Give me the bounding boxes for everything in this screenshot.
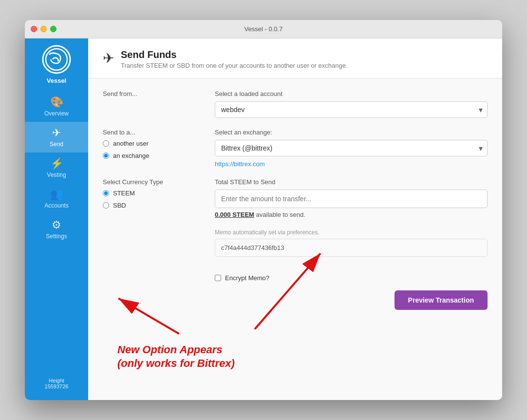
titlebar: Vessel - 0.0.7 (25, 20, 502, 38)
radio-exchange-input[interactable] (103, 153, 109, 159)
sidebar-label-vesting: Vesting (47, 172, 66, 178)
sidebar: Vessel 🎨 Overview ✈ Send ⚡ Vesting 👥 Acc… (25, 38, 88, 400)
send-from-right: Select a loaded account webdev (215, 90, 488, 118)
available-text: 0.000 STEEM available to send. (215, 211, 488, 218)
radio-another-user[interactable]: another user (103, 140, 200, 147)
encrypt-preview-row: Encrypt Memo? Preview Transaction (103, 267, 488, 310)
currency-label: Select Currency Type (103, 178, 200, 186)
sidebar-item-send[interactable]: ✈ Send (25, 122, 88, 153)
svg-point-0 (43, 46, 70, 73)
amount-label: Total STEEM to Send (215, 178, 488, 186)
page-header-text: Send Funds Transfer STEEM or SBD from on… (121, 49, 348, 69)
exchange-label: Select an exchange: (215, 129, 488, 136)
send-to-right: Select an exchange: Bittrex (@bittrex) h… (215, 129, 488, 168)
send-to-left: Send to a... another user an exchange (103, 129, 200, 168)
sidebar-label-send: Send (50, 141, 63, 148)
send-from-label: Send from... (103, 90, 200, 97)
sidebar-item-settings[interactable]: ⚙ Settings (25, 214, 88, 245)
encrypt-right: Encrypt Memo? Preview Transaction (215, 267, 488, 310)
memo-row: Memo automatically set via preferences. (103, 229, 488, 257)
sidebar-item-overview[interactable]: 🎨 Overview (25, 91, 88, 122)
radio-sbd-input[interactable] (103, 202, 109, 209)
account-select-wrapper[interactable]: webdev (215, 101, 488, 118)
close-button[interactable] (31, 26, 37, 32)
accounts-icon: 👥 (50, 188, 63, 201)
send-from-row: Send from... Select a loaded account web… (103, 90, 488, 118)
radio-sbd[interactable]: SBD (103, 202, 200, 209)
exchange-select-wrapper[interactable]: Bittrex (@bittrex) (215, 140, 488, 156)
send-icon: ✈ (52, 127, 61, 139)
encrypt-label: Encrypt Memo? (225, 274, 269, 282)
account-select[interactable]: webdev (215, 101, 488, 118)
minimize-button[interactable] (40, 26, 47, 32)
currency-radio-group: STEEM SBD (103, 190, 200, 209)
annotation-line2: (only works for Bittrex) (117, 357, 235, 371)
page-subtitle: Transfer STEEM or SBD from one of your a… (121, 62, 348, 69)
radio-exchange[interactable]: an exchange (103, 152, 200, 159)
memo-left (103, 229, 200, 257)
overview-icon: 🎨 (50, 96, 63, 109)
currency-amount-row: Select Currency Type STEEM SBD (103, 178, 488, 218)
height-label: Height (45, 378, 69, 383)
sidebar-app-name: Vessel (47, 77, 67, 84)
maximize-button[interactable] (50, 26, 56, 32)
send-from-left: Send from... (103, 90, 200, 118)
send-to-radio-group: another user an exchange (103, 140, 200, 159)
memo-label: Memo automatically set via preferences. (215, 229, 488, 236)
radio-sbd-label: SBD (113, 202, 126, 209)
radio-user-input[interactable] (103, 140, 109, 147)
annotation: New Option Appears (only works for Bittr… (117, 343, 235, 371)
radio-steem-label: STEEM (113, 190, 135, 197)
height-value: 15593726 (45, 383, 69, 389)
encrypt-left (103, 267, 200, 310)
send-to-label: Send to a... (103, 129, 200, 136)
amount-input[interactable] (215, 190, 488, 208)
exchange-select[interactable]: Bittrex (@bittrex) (215, 140, 488, 156)
form-area: Send from... Select a loaded account web… (88, 78, 502, 400)
amount-right: Total STEEM to Send 0.000 STEEM availabl… (215, 178, 488, 218)
radio-steem-input[interactable] (103, 190, 109, 196)
memo-input[interactable] (215, 239, 488, 257)
account-select-label: Select a loaded account (215, 90, 488, 97)
sidebar-label-accounts: Accounts (44, 202, 68, 209)
sidebar-label-settings: Settings (46, 233, 67, 240)
radio-user-label: another user (113, 140, 149, 147)
currency-left: Select Currency Type STEEM SBD (103, 178, 200, 218)
window-title: Vessel - 0.0.7 (245, 25, 283, 33)
preview-transaction-button[interactable]: Preview Transaction (395, 290, 488, 310)
encrypt-checkbox-label[interactable]: Encrypt Memo? (215, 274, 488, 282)
page-header: ✈ Send Funds Transfer STEEM or SBD from … (88, 38, 502, 78)
sidebar-label-overview: Overview (44, 110, 69, 117)
radio-exchange-label: an exchange (113, 152, 149, 159)
send-funds-icon: ✈ (103, 50, 114, 66)
sidebar-logo (41, 43, 73, 75)
vesting-icon: ⚡ (50, 157, 63, 170)
app-body: Vessel 🎨 Overview ✈ Send ⚡ Vesting 👥 Acc… (25, 38, 502, 400)
settings-icon: ⚙ (52, 219, 61, 231)
available-amount[interactable]: 0.000 STEEM (215, 211, 254, 218)
main-content: ✈ Send Funds Transfer STEEM or SBD from … (88, 38, 502, 400)
sidebar-footer: Height 15593726 (45, 372, 69, 395)
exchange-link[interactable]: https://bittrex.com (215, 160, 488, 168)
page-title: Send Funds (121, 49, 348, 60)
send-to-row: Send to a... another user an exchange (103, 129, 488, 168)
radio-steem[interactable]: STEEM (103, 190, 200, 197)
memo-right: Memo automatically set via preferences. (215, 229, 488, 257)
sidebar-item-vesting[interactable]: ⚡ Vesting (25, 153, 88, 183)
annotation-line1: New Option Appears (117, 343, 235, 357)
encrypt-checkbox[interactable] (215, 275, 221, 281)
traffic-lights (31, 26, 56, 32)
app-window: Vessel - 0.0.7 Vessel 🎨 Overview ✈ S (25, 20, 502, 400)
available-suffix: available to send. (256, 211, 305, 218)
sidebar-item-accounts[interactable]: 👥 Accounts (25, 183, 88, 214)
